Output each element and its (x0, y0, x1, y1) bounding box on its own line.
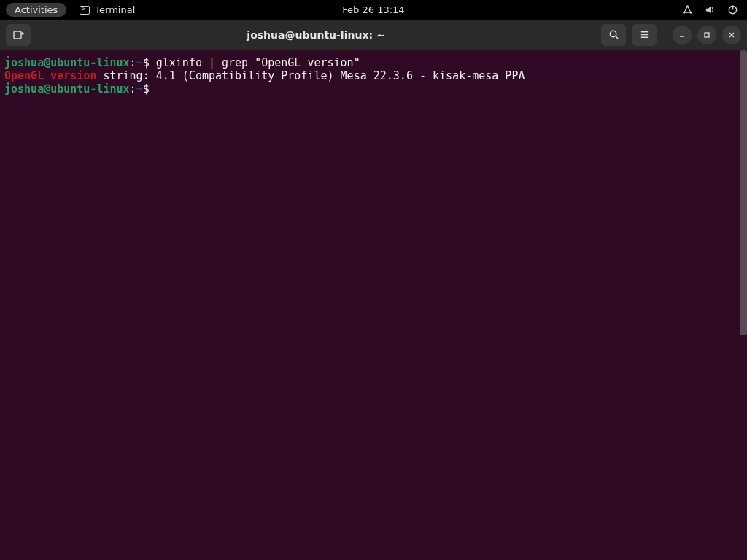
prompt-colon: : (130, 56, 136, 69)
prompt-dollar: $ (143, 82, 156, 96)
app-menu-button[interactable]: Terminal (80, 4, 135, 15)
activities-button[interactable]: Activities (6, 3, 66, 17)
search-button[interactable] (601, 24, 626, 46)
new-tab-button[interactable] (6, 24, 31, 46)
prompt-path: ~ (136, 56, 143, 69)
terminal-line: joshua@ubuntu-linux:~$ glxinfo | grep "O… (4, 56, 743, 69)
minimize-button[interactable] (673, 26, 692, 44)
prompt-user: joshua@ubuntu-linux (4, 56, 130, 69)
terminal-line: joshua@ubuntu-linux:~$ (4, 82, 743, 96)
terminal-viewport[interactable]: joshua@ubuntu-linux:~$ glxinfo | grep "O… (0, 50, 747, 560)
scrollbar-thumb[interactable] (740, 50, 747, 335)
command-text: glxinfo | grep "OpenGL version" (156, 56, 360, 69)
hamburger-menu-button[interactable] (632, 24, 657, 46)
clock-button[interactable]: Feb 26 13:14 (342, 4, 404, 15)
prompt-user: joshua@ubuntu-linux (4, 82, 130, 96)
terminal-window: joshua@ubuntu-linux: ~ (0, 20, 747, 560)
svg-point-8 (610, 31, 616, 36)
gnome-top-panel: Activities Terminal Feb 26 13:14 (0, 0, 747, 20)
volume-icon (705, 4, 716, 15)
prompt-colon: : (130, 82, 136, 96)
prompt-dollar: $ (143, 56, 156, 69)
status-area[interactable] (682, 4, 741, 15)
terminal-line: OpenGL version string: 4.1 (Compatibilit… (4, 69, 743, 82)
grep-match: OpenGL version (4, 69, 96, 82)
app-menu-label: Terminal (95, 4, 135, 15)
close-button[interactable] (722, 26, 741, 44)
svg-line-9 (616, 36, 618, 39)
output-text: string: 4.1 (Compatibility Profile) Mesa… (96, 69, 525, 82)
maximize-button[interactable] (697, 26, 716, 44)
window-title: joshua@ubuntu-linux: ~ (36, 29, 595, 41)
power-icon (727, 4, 738, 15)
svg-rect-14 (705, 33, 709, 37)
network-icon (682, 4, 693, 15)
prompt-path: ~ (136, 82, 143, 96)
svg-rect-5 (14, 31, 21, 39)
terminal-icon (80, 6, 90, 15)
window-titlebar: joshua@ubuntu-linux: ~ (0, 20, 747, 50)
